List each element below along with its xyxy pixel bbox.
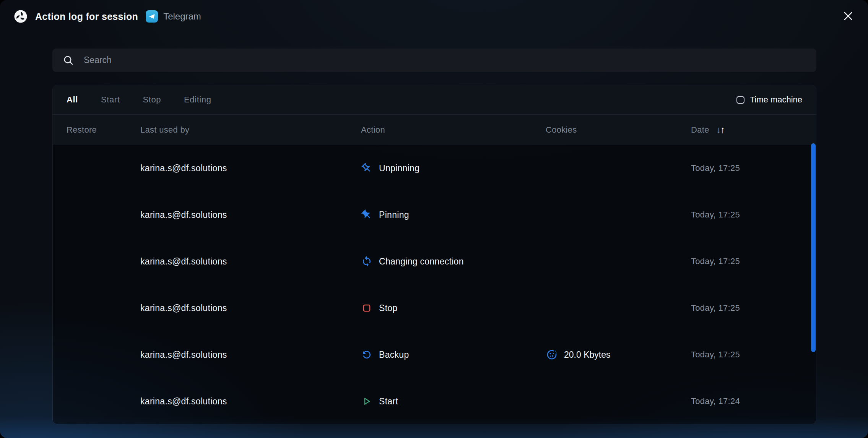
tab-start[interactable]: Start [101,95,120,105]
col-cookies: Cookies [546,125,691,135]
page-title: Action log for session [35,11,138,22]
scrollbar-thumb[interactable] [811,143,816,352]
search-bar [52,49,816,72]
col-restore: Restore [67,125,140,135]
table-row[interactable]: karina.s@df.solutions Backup [53,331,816,378]
date-cell: Today, 17:24 [691,396,802,406]
date-cell: Today, 17:25 [691,303,802,313]
action-cell: Stop [361,302,546,314]
sort-toggle[interactable]: ↓ ↑ [716,125,725,135]
browser-logo-icon [14,10,28,23]
time-machine-label: Time machine [750,95,802,105]
user-cell: karina.s@df.solutions [140,210,361,220]
search-input[interactable] [83,55,816,66]
action-label: Stop [379,303,398,313]
col-action: Action [361,125,546,135]
user-cell: karina.s@df.solutions [140,396,361,407]
telegram-icon [146,10,158,23]
table-row[interactable]: karina.s@df.solutions Stop Today, 17:25 [53,285,816,331]
cookies-cell: 20.0 Kbytes [546,349,691,361]
sort-asc-icon: ↑ [720,125,725,135]
action-cell: Start [361,396,546,407]
action-label: Start [379,396,398,407]
close-icon[interactable] [841,9,855,23]
action-cell: Unpinning [361,162,546,174]
action-cell: Changing connection [361,256,546,267]
sync-icon [361,256,372,267]
action-cell: Backup [361,349,546,360]
play-icon [361,396,372,407]
cookies-size: 20.0 Kbytes [564,350,610,360]
table-row[interactable]: karina.s@df.solutions Start Today, 17:24 [53,378,816,424]
action-label: Changing connection [379,256,464,267]
user-cell: karina.s@df.solutions [140,163,361,174]
pin-outline-icon [361,162,372,174]
session-name: Telegram [163,11,201,22]
filter-tabs: All Start Stop Editing Time machine [53,85,816,114]
cookie-icon [546,349,558,361]
tab-editing[interactable]: Editing [184,95,211,105]
backup-icon [361,349,372,360]
user-cell: karina.s@df.solutions [140,350,361,360]
stop-icon [361,302,372,314]
action-label: Pinning [379,210,409,220]
time-machine-toggle[interactable]: Time machine [736,95,802,105]
col-date: Date [691,125,709,135]
user-cell: karina.s@df.solutions [140,256,361,267]
pin-filled-icon [361,209,372,221]
table-row[interactable]: karina.s@df.solutions Pinning Today, 17:… [53,191,816,238]
time-machine-checkbox[interactable] [736,96,744,104]
col-last-used-by: Last used by [140,125,361,135]
action-log-panel: All Start Stop Editing Time machine Rest… [52,85,816,424]
user-cell: karina.s@df.solutions [140,303,361,313]
date-cell: Today, 17:25 [691,350,802,360]
action-log-modal: Action log for session Telegram All Star… [0,0,868,438]
date-cell: Today, 17:25 [691,210,802,220]
table-header-row: Restore Last used by Action Cookies Date… [53,115,816,145]
action-cell: Pinning [361,209,546,221]
table-row[interactable]: karina.s@df.solutions Changing connectio… [53,238,816,285]
date-cell: Today, 17:25 [691,256,802,266]
table-body: karina.s@df.solutions Unpinning Today, 1… [53,145,816,424]
action-label: Backup [379,350,409,360]
action-label: Unpinning [379,163,419,174]
tab-all[interactable]: All [67,95,78,105]
date-cell: Today, 17:25 [691,163,802,173]
search-icon [62,54,75,67]
titlebar: Action log for session Telegram [0,0,868,33]
panel-head: All Start Stop Editing Time machine Rest… [53,85,816,145]
tab-stop[interactable]: Stop [143,95,161,105]
table-row[interactable]: karina.s@df.solutions Unpinning Today, 1… [53,145,816,191]
